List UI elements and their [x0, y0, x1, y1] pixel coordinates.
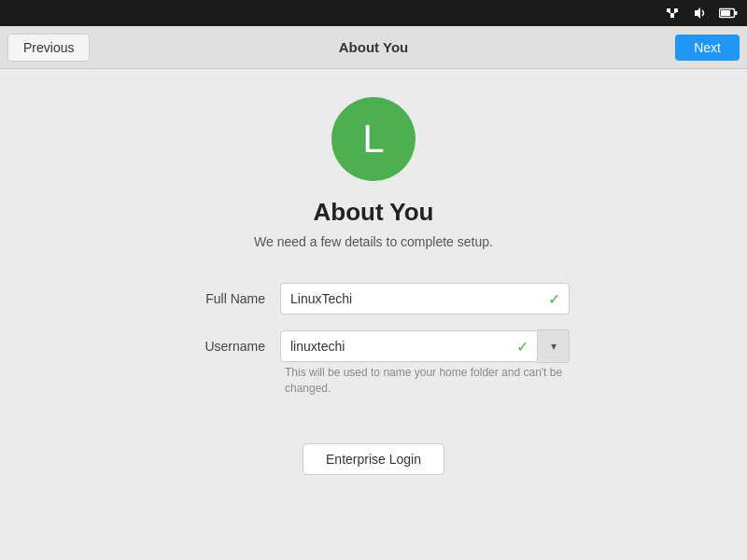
svg-rect-7	[721, 10, 730, 16]
svg-rect-1	[674, 8, 678, 12]
battery-icon	[719, 6, 738, 21]
page-subtitle: We need a few details to complete setup.	[254, 234, 493, 249]
svg-marker-5	[695, 7, 700, 19]
enterprise-login-button[interactable]: Enterprise Login	[303, 443, 444, 475]
svg-line-3	[669, 12, 672, 14]
page-title: About You	[313, 198, 433, 227]
system-bar	[0, 0, 747, 26]
svg-rect-2	[670, 14, 674, 18]
avatar: L	[331, 97, 416, 181]
header-title: About You	[339, 39, 408, 55]
full-name-check-icon: ✓	[548, 290, 560, 308]
username-row: Username ✓ ▾	[177, 329, 570, 363]
svg-rect-8	[735, 11, 738, 15]
full-name-label: Full Name	[177, 291, 280, 306]
username-wrapper: ✓ ▾	[280, 329, 570, 363]
svg-rect-0	[667, 8, 670, 12]
header-bar: Previous About You Next	[0, 26, 747, 69]
username-hint: This will be used to name your home fold…	[285, 365, 565, 397]
volume-icon	[691, 6, 710, 21]
svg-line-4	[672, 12, 676, 14]
network-icon	[663, 6, 682, 21]
full-name-input-wrapper: ✓	[280, 283, 570, 315]
full-name-input[interactable]	[280, 283, 570, 315]
username-input[interactable]	[280, 330, 538, 362]
form-container: Full Name ✓ Username ✓ ▾	[177, 283, 570, 363]
username-label: Username	[177, 339, 280, 354]
username-input-container: ✓	[280, 330, 538, 362]
full-name-row: Full Name ✓	[177, 283, 570, 315]
previous-button[interactable]: Previous	[7, 34, 90, 62]
next-button[interactable]: Next	[675, 35, 740, 61]
username-check-icon: ✓	[516, 338, 529, 356]
username-dropdown-button[interactable]: ▾	[538, 329, 570, 363]
main-content: L About You We need a few details to com…	[0, 69, 747, 560]
